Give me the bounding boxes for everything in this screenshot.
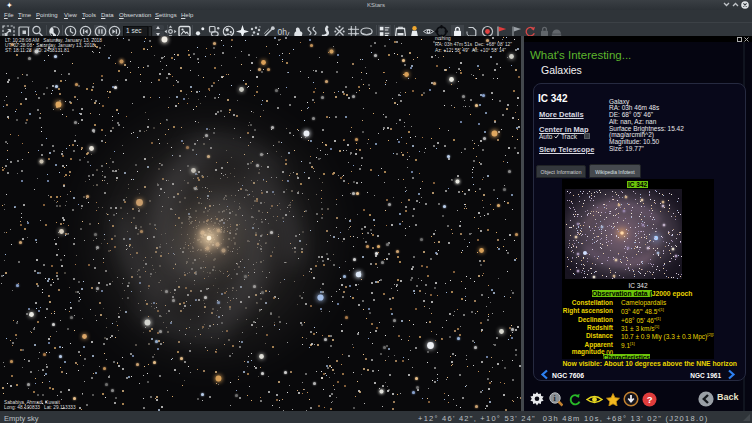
svg-text:0h: 0h xyxy=(278,26,288,36)
svg-text:?: ? xyxy=(647,394,653,405)
